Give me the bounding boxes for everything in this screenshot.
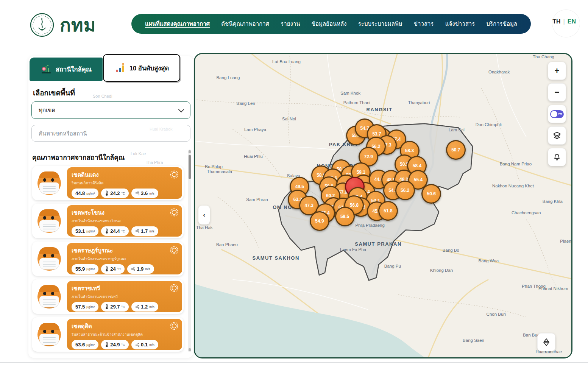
wind-value: 3.6m/s (131, 189, 158, 198)
station-card-4[interactable]: เขตดุสิตริมสวนสาธารณะด้านข้างสำนักงานเขต… (32, 317, 184, 352)
station-name: ริมสวนสาธารณะด้านข้างสำนักงานเขตดุสิต (72, 332, 178, 337)
station-card-3[interactable]: เขตราชเทวีภายในสำนักงานเขตราชเทวี57.5µg/… (32, 279, 184, 314)
bma-emblem-icon (30, 12, 55, 37)
mask-face-icon (37, 285, 61, 309)
pm25-value: 57.5µg/m³ (72, 302, 98, 312)
mask-face-icon (37, 171, 61, 195)
station-card-2[interactable]: เขตราษฎร์บูรณะภายในสำนักงานเขตราษฎร์บูรณ… (32, 242, 184, 276)
station-name: ภายในสำนักงานเขตราชเทวี (72, 294, 178, 299)
card-body: เขตราชเทวีภายในสำนักงานเขตราชเทวี57.5µg/… (67, 281, 182, 312)
logo-text: กทม (60, 11, 96, 39)
pm25-value: 53.6µg/m³ (72, 340, 98, 349)
shield-badge-icon (170, 246, 179, 256)
wind-value: 1.7m/s (131, 226, 158, 236)
nav-item-0[interactable]: แผนที่แสดงคุณภาพอากาศ (145, 19, 210, 28)
district-name: เขตราษฎร์บูรณะ (72, 246, 178, 255)
ranking-bars-icon (114, 62, 126, 74)
language-switch[interactable]: TH | EN (552, 18, 576, 25)
station-card-0[interactable]: เขตดินแดงริมถนนวิภาวดีรังสิต44.8µg/m³24.… (32, 166, 184, 200)
station-cards-list: เขตดินแดงริมถนนวิภาวดีรังสิต44.8µg/m³24.… (32, 166, 184, 352)
lang-separator: | (563, 18, 565, 25)
tab-top-10[interactable]: 10 อันดับสูงสุด (103, 54, 180, 82)
layers-button[interactable] (548, 126, 566, 145)
sidebar-collapse-button[interactable]: ‹ (198, 206, 210, 224)
pm-toggle-icon: PM (550, 110, 564, 118)
header: กทม แผนที่แสดงคุณภาพอากาศดัชนีคุณภาพอากา… (0, 0, 588, 48)
station-marker[interactable]: 51.8 (378, 201, 398, 221)
chevron-down-icon (178, 106, 184, 112)
lang-th[interactable]: TH (552, 18, 560, 25)
layers-icon (552, 131, 561, 140)
orientation-button[interactable] (537, 333, 555, 351)
station-name: ภายในสำนักงานเขตราษฎร์บูรณะ (72, 256, 178, 262)
wind-value: 0.1m/s (131, 340, 158, 349)
station-monitor-icon (41, 64, 52, 75)
search-input[interactable] (31, 125, 190, 142)
temperature-value: 24.4°C (101, 226, 129, 236)
district-name: เขตพระโขนง (72, 208, 178, 217)
nav-item-5[interactable]: ข่าวสาร (414, 19, 434, 28)
tab-label: 10 อันดับสูงสุด (129, 63, 169, 73)
brand-logo[interactable]: กทม (30, 11, 96, 39)
pm25-value: 55.9µg/m³ (72, 264, 98, 274)
district-name: เขตดินแดง (72, 170, 178, 179)
district-name: เขตราชเทวี (72, 284, 178, 293)
station-name: ภายในสำนักงานเขตพระโขนง (72, 218, 178, 224)
mask-face-icon (37, 323, 61, 346)
district-select[interactable]: ทุกเขต (31, 101, 190, 119)
temperature-value: 24.2°C (101, 189, 129, 198)
scroll-down-arrow[interactable] (189, 348, 191, 351)
wind-value: 1.2m/s (131, 302, 158, 312)
wind-value: 1.9m/s (127, 264, 154, 274)
temperature-value: 24.9°C (101, 340, 129, 349)
map-controls: + − PM (548, 62, 566, 166)
list-heading: คุณภาพอากาศจากสถานีใกล้คุณ (32, 152, 125, 163)
shield-badge-icon (170, 321, 179, 332)
list-scrollbar[interactable] (188, 150, 191, 352)
station-marker[interactable]: 50.7 (446, 140, 466, 160)
zoom-out-button[interactable]: − (548, 83, 566, 101)
district-select-value: ทุกเขต (39, 106, 55, 115)
bell-icon (553, 153, 561, 161)
pm25-value: 44.8µg/m³ (72, 189, 98, 198)
card-body: เขตพระโขนงภายในสำนักงานเขตพระโขนง53.1µg/… (67, 205, 182, 237)
nav-item-3[interactable]: ข้อมูลย้อนหลัง (312, 19, 347, 28)
shield-badge-icon (170, 284, 179, 294)
temperature-value: 24°C (101, 264, 125, 274)
scrollbar-thumb[interactable] (189, 155, 191, 179)
tab-stations-near-you[interactable]: สถานีใกล้คุณ (30, 58, 103, 81)
temperature-value: 29.7°C (101, 302, 129, 312)
pm-layer-toggle[interactable]: PM (548, 105, 566, 123)
nav-item-6[interactable]: แจ้งข่าวสาร (445, 19, 475, 28)
zoom-in-button[interactable]: + (548, 62, 566, 80)
mask-face-icon (37, 209, 61, 233)
station-marker[interactable]: 50.6 (421, 184, 441, 204)
district-name: เขตดุสิต (72, 322, 178, 331)
air-quality-map[interactable]: Lat Bua LuangBang LuangTha ChangOngkhara… (194, 53, 572, 358)
lang-en[interactable]: EN (568, 18, 576, 25)
scroll-up-arrow[interactable] (189, 150, 191, 153)
station-marker[interactable]: 59.5 (335, 207, 355, 226)
main-nav: แผนที่แสดงคุณภาพอากาศดัชนีคุณภาพอากาศราย… (131, 14, 531, 34)
shield-badge-icon (170, 208, 179, 218)
pm25-value: 53.1µg/m³ (72, 226, 98, 236)
page-divider (0, 362, 588, 363)
shield-badge-icon (170, 170, 179, 181)
compass-icon (542, 338, 551, 347)
alerts-button[interactable] (548, 148, 566, 166)
mask-face-icon (37, 247, 61, 271)
card-body: เขตดินแดงริมถนนวิภาวดีรังสิต44.8µg/m³24.… (67, 167, 182, 199)
nav-item-2[interactable]: รายงาน (281, 19, 300, 28)
station-marker[interactable]: 56.2 (395, 181, 415, 200)
station-marker[interactable]: 54.9 (310, 211, 329, 231)
station-name: ริมถนนวิภาวดีรังสิต (72, 180, 178, 186)
nav-item-7[interactable]: บริการข้อมูล (487, 19, 517, 28)
card-body: เขตดุสิตริมสวนสาธารณะด้านข้างสำนักงานเขต… (67, 319, 182, 350)
station-card-1[interactable]: เขตพระโขนงภายในสำนักงานเขตพระโขนง53.1µg/… (32, 204, 184, 238)
nav-item-1[interactable]: ดัชนีคุณภาพอากาศ (221, 19, 269, 28)
stations-sidebar: Son ChediHuai KrabokLuk KaeTha Phra สถาน… (28, 53, 193, 358)
select-area-label: เลือกเขตพื้นที่ (33, 87, 75, 98)
card-body: เขตราษฎร์บูรณะภายในสำนักงานเขตราษฎร์บูรณ… (67, 243, 182, 274)
nav-item-4[interactable]: ระบบระบายมลพิษ (358, 19, 402, 28)
tab-label: สถานีใกล้คุณ (56, 64, 92, 74)
